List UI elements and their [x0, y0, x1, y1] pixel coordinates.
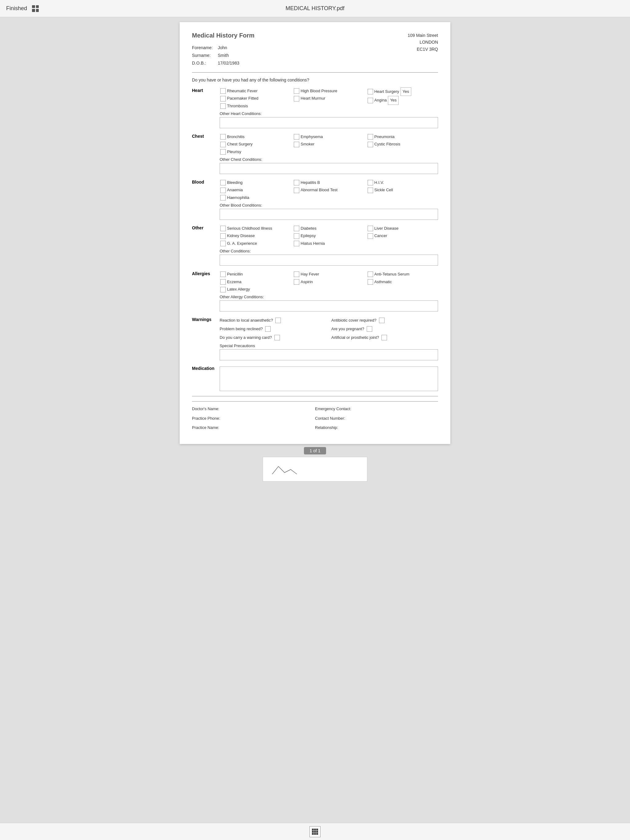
warning-checkbox-6[interactable]: [381, 335, 387, 340]
special-precautions-input[interactable]: [220, 349, 438, 360]
heart-surgery-checkbox[interactable]: [367, 89, 373, 95]
other-liver-checkbox[interactable]: [367, 226, 373, 231]
allergy-penicillin-checkbox[interactable]: [220, 272, 226, 277]
chest-cystic-checkbox[interactable]: [367, 142, 373, 147]
relationship-label: Relationship:: [315, 424, 438, 432]
special-precautions-label: Special Precautions: [220, 343, 255, 348]
finished-label[interactable]: Finished: [6, 5, 27, 12]
warnings-content: Reaction to local anaesthetic? Antibioti…: [220, 316, 438, 360]
chest-pneumonia-checkbox[interactable]: [367, 134, 373, 140]
heart-rheumatic-checkbox[interactable]: [220, 88, 226, 94]
other-other-input[interactable]: [220, 254, 438, 266]
forename-label: Forename:: [192, 44, 217, 52]
heart-murmur-checkbox[interactable]: [294, 96, 299, 101]
allergies-section: Allergies Penicillin Eczema: [192, 271, 438, 311]
heart-conditions-grid: Rheumatic Fever Pacemaker Fitted Thrombo…: [220, 87, 438, 110]
bottom-toolbar: [0, 823, 630, 840]
blood-hepatitis-checkbox[interactable]: [294, 180, 299, 185]
allergies-row-7: Asthmatic: [367, 278, 438, 286]
allergy-other-label: Other Allergy Conditions:: [220, 295, 264, 299]
heart-other-label: Other Heart Conditions:: [220, 111, 262, 116]
heart-other-input[interactable]: [220, 117, 438, 128]
chest-bronchitis-checkbox[interactable]: [220, 134, 226, 140]
blood-anaemia-label: Anaemia: [227, 186, 243, 194]
chest-row-5: Smoker: [293, 141, 364, 148]
allergy-other-input[interactable]: [220, 300, 438, 311]
other-liver-label: Liver Disease: [374, 225, 399, 232]
chest-pleurisy-checkbox[interactable]: [220, 149, 226, 155]
header-section: Medical History Form Forename: John Surn…: [192, 32, 438, 67]
blood-other-label: Other Blood Conditions:: [220, 203, 262, 208]
blood-abnormal-checkbox[interactable]: [294, 188, 299, 193]
other-cancer-checkbox[interactable]: [367, 234, 373, 239]
header-divider: [192, 72, 438, 73]
blood-other-input[interactable]: [220, 209, 438, 220]
allergy-eczema-checkbox[interactable]: [220, 279, 226, 285]
chest-surgery-checkbox[interactable]: [220, 142, 226, 147]
blood-bleeding-checkbox[interactable]: [220, 180, 226, 185]
allergy-antitetanus-checkbox[interactable]: [367, 272, 373, 277]
heart-hbp-checkbox[interactable]: [294, 88, 299, 94]
other-hiatus-checkbox[interactable]: [294, 241, 299, 246]
heart-surgery-label: Heart Surgery: [374, 88, 399, 96]
other-row-8: Cancer: [367, 232, 438, 240]
chest-smoker-label: Smoker: [301, 141, 314, 148]
blood-row-2: Anaemia: [220, 186, 291, 194]
other-section: Other Serious Childhood Illness Kidney D…: [192, 225, 438, 266]
warning-checkbox-2[interactable]: [265, 326, 271, 332]
allergies-content: Penicillin Eczema Latex Allergy: [220, 271, 438, 311]
heart-hbp-label: High Blood Pressure: [301, 87, 337, 95]
other-epilepsy-checkbox[interactable]: [294, 234, 299, 239]
other-row-3: G. A. Experience: [220, 240, 291, 248]
grid-icon[interactable]: [32, 5, 39, 12]
emergency-contact-label: Emergency Contact:: [315, 405, 438, 413]
other-childhood-label: Serious Childhood Illness: [227, 225, 272, 232]
warning-checkbox-5[interactable]: [367, 326, 372, 332]
other-childhood-checkbox[interactable]: [220, 226, 226, 231]
surname-value: Smith: [218, 53, 229, 58]
other-diabetes-checkbox[interactable]: [294, 226, 299, 231]
heart-pacemaker-checkbox[interactable]: [220, 96, 226, 101]
heart-row-7: Angina Yes: [367, 96, 438, 105]
warnings-label: Warnings: [192, 316, 220, 322]
other-ga-checkbox[interactable]: [220, 241, 226, 246]
heart-surgery-yes: Yes: [400, 87, 411, 96]
blood-hiv-checkbox[interactable]: [367, 180, 373, 185]
bottom-menu-button[interactable]: [309, 826, 321, 837]
toolbar: Finished MEDICAL HISTORY.pdf: [0, 0, 630, 17]
chest-other-input[interactable]: [220, 163, 438, 174]
chest-cystic-label: Cystic Fibrosis: [374, 141, 400, 148]
allergy-hayfever-label: Hay Fever: [301, 271, 319, 278]
form-title: Medical History Form: [192, 32, 255, 39]
warning-checkbox-3[interactable]: [274, 335, 280, 340]
medication-input[interactable]: [220, 366, 438, 391]
heart-rheumatic-label: Rheumatic Fever: [227, 87, 258, 95]
chest-emphysema-checkbox[interactable]: [294, 134, 299, 140]
blood-sickle-checkbox[interactable]: [367, 188, 373, 193]
chest-row-4: Emphysema: [293, 133, 364, 141]
heart-thrombosis-checkbox[interactable]: [220, 103, 226, 109]
heart-angina-checkbox[interactable]: [367, 98, 373, 103]
heart-col3: Heart Surgery Yes Angina Yes: [367, 87, 438, 110]
other-row-5: Epilepsy: [293, 232, 364, 240]
allergy-latex-checkbox[interactable]: [220, 287, 226, 292]
chest-smoker-checkbox[interactable]: [294, 142, 299, 147]
chest-bronchitis-label: Bronchitis: [227, 133, 245, 141]
warning-checkbox-4[interactable]: [379, 317, 385, 323]
chest-row-7: Cystic Fibrosis: [367, 141, 438, 148]
allergy-hayfever-checkbox[interactable]: [294, 272, 299, 277]
warning-checkbox-1[interactable]: [275, 317, 281, 323]
allergy-aspirin-checkbox[interactable]: [294, 279, 299, 285]
allergy-penicillin-label: Penicillin: [227, 271, 243, 278]
heart-col1: Rheumatic Fever Pacemaker Fitted Thrombo…: [220, 87, 291, 110]
chest-row-1: Bronchitis: [220, 133, 291, 141]
medication-section: Medication: [192, 365, 438, 391]
practice-name-label: Practice Name:: [192, 424, 315, 432]
address-line1: 109 Main Street: [408, 32, 438, 39]
blood-haemophilia-checkbox[interactable]: [220, 195, 226, 201]
warning-row-6: Artificial or prosthetic joint?: [331, 333, 438, 342]
blood-anaemia-checkbox[interactable]: [220, 188, 226, 193]
other-col1: Serious Childhood Illness Kidney Disease…: [220, 225, 291, 248]
other-kidney-checkbox[interactable]: [220, 234, 226, 239]
allergy-asthmatic-checkbox[interactable]: [367, 279, 373, 285]
